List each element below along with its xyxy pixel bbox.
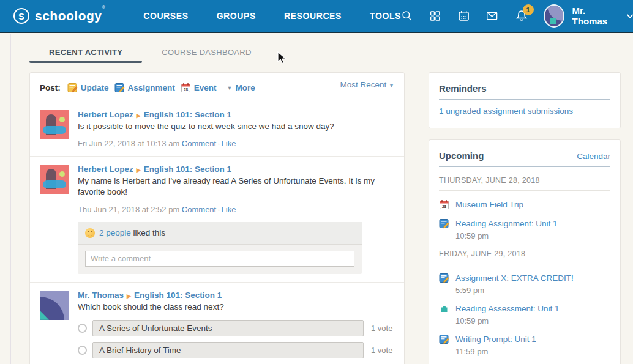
author-link[interactable]: Mr. Thomas: [78, 291, 124, 300]
calendar-link[interactable]: Calendar: [577, 152, 610, 161]
like-link[interactable]: Like: [222, 205, 236, 214]
assignment-icon: [114, 83, 125, 93]
post-assignment-button[interactable]: Assignment: [114, 83, 175, 93]
user-avatar[interactable]: [545, 6, 563, 26]
event-link[interactable]: Writing Prompt: Unit 1: [455, 335, 536, 344]
schoology-logo[interactable]: S schoology®: [13, 8, 105, 24]
upcoming-event: 28 Museum Field Trip: [439, 199, 610, 210]
post-event-label: Event: [194, 83, 217, 92]
nav-tools[interactable]: TOOLS: [370, 11, 401, 21]
sort-dropdown[interactable]: Most Recent ▼: [340, 80, 394, 89]
poll-radio[interactable]: [78, 324, 87, 333]
event-calendar-icon: 28: [439, 199, 449, 210]
post-content: Mr. Thomas▶English 101: Section 1 Which …: [78, 291, 394, 364]
post-header: Herbert Lopez▶English 101: Section 1: [78, 110, 394, 119]
post-label: Post:: [40, 83, 61, 92]
user-menu-name[interactable]: Mr. Thomas: [572, 6, 618, 26]
nav-courses[interactable]: COURSES: [143, 11, 188, 21]
notifications[interactable]: 1: [515, 9, 528, 23]
top-navbar: S schoology® COURSES GROUPS RESOURCES TO…: [0, 0, 633, 33]
post-body: My name is Herbert and I've already read…: [78, 176, 394, 198]
nav-groups[interactable]: GROUPS: [217, 11, 256, 21]
poll-vote-count: 1 vote: [371, 346, 392, 355]
post-header: Herbert Lopez▶English 101: Section 1: [78, 165, 394, 174]
assignment-icon: [439, 273, 449, 283]
dot-separator: ·: [217, 205, 220, 214]
upcoming-card: Upcoming Calendar THURSDAY, JUNE 28, 201…: [429, 139, 621, 364]
poll-vote-count: 1 vote: [371, 324, 392, 333]
tab-course-dashboard[interactable]: COURSE DASHBOARD: [142, 43, 271, 62]
calendar-icon[interactable]: [458, 9, 470, 23]
liked-by-row: 2 people liked this: [78, 222, 362, 245]
sort-caret-icon: ▼: [389, 83, 394, 89]
event-time: 5:59 pm: [455, 286, 574, 295]
post-event-button[interactable]: 28 Event: [181, 83, 217, 93]
breadcrumb-arrow-icon: ▶: [137, 167, 141, 173]
poll-option-row: A Series of Unfortunate Events 1 vote: [78, 320, 394, 336]
svg-text:28: 28: [442, 204, 447, 209]
left-edge-divider: [10, 34, 11, 364]
author-link[interactable]: Herbert Lopez: [78, 165, 133, 174]
event-calendar-icon: 28: [181, 83, 191, 93]
post-body: Which book should the class read next?: [78, 302, 394, 313]
post-meta: Thu Jun 21, 2018 at 2:52 pm Comment·Like: [78, 205, 394, 214]
post-more-button[interactable]: ▼ More: [222, 83, 255, 92]
tab-recent-activity[interactable]: RECENT ACTIVITY: [29, 43, 142, 62]
post-update-label: Update: [81, 83, 109, 92]
brand-name: schoology®: [35, 9, 105, 23]
activity-tabs: RECENT ACTIVITY COURSE DASHBOARD: [29, 43, 621, 62]
comment-link[interactable]: Comment: [182, 205, 216, 214]
course-link[interactable]: English 101: Section 1: [144, 165, 231, 174]
breadcrumb-arrow-icon: ▶: [127, 293, 131, 299]
course-link[interactable]: English 101: Section 1: [144, 110, 231, 119]
comment-link[interactable]: Comment: [182, 139, 216, 148]
upcoming-event: Reading Assignment: Unit 1 10:59 pm: [439, 218, 610, 240]
post-more-label: More: [235, 83, 255, 92]
event-time: 11:59 pm: [455, 347, 536, 356]
avatar-art: [550, 18, 556, 24]
like-link[interactable]: Like: [222, 139, 236, 148]
more-dropdown-icon: ▼: [227, 85, 233, 91]
assignment-icon: [439, 218, 449, 229]
activity-feed-card: Post: Update Assignment 28 Event ▼ More …: [29, 72, 405, 364]
messages-icon[interactable]: [486, 9, 498, 23]
liked-suffix: liked this: [133, 228, 166, 237]
event-link[interactable]: Museum Field Trip: [455, 200, 523, 209]
reminders-card: Reminders 1 ungraded assignment submissi…: [429, 72, 621, 128]
poll-radio[interactable]: [78, 346, 87, 355]
comment-input[interactable]: [85, 251, 354, 267]
upcoming-event: Assignment X: EXTRA CREDIT! 5:59 pm: [439, 272, 610, 295]
event-link[interactable]: Reading Assessment: Unit 1: [455, 304, 560, 313]
feed-post-poll: Mr. Thomas▶English 101: Section 1 Which …: [30, 282, 404, 364]
poll-option[interactable]: A Brief History of Time: [92, 342, 364, 358]
search-icon[interactable]: [401, 9, 413, 23]
post-header: Mr. Thomas▶English 101: Section 1: [78, 291, 394, 300]
avatar[interactable]: [40, 291, 69, 320]
poll-option[interactable]: A Series of Unfortunate Events: [92, 320, 364, 336]
course-link[interactable]: English 101: Section 1: [134, 291, 222, 300]
poll: A Series of Unfortunate Events 1 vote A …: [78, 320, 394, 364]
comment-input-row: [78, 245, 362, 274]
ungraded-submissions-link[interactable]: 1 ungraded assignment submissions: [439, 106, 610, 116]
nav-resources[interactable]: RESOURCES: [284, 11, 342, 21]
schoology-s-icon: S: [13, 8, 29, 24]
date-header: THURSDAY, JUNE 28, 2018: [439, 176, 610, 191]
upcoming-title: Upcoming: [439, 150, 484, 161]
apps-grid-icon[interactable]: [429, 9, 441, 23]
feed-post: Herbert Lopez▶English 101: Section 1 My …: [30, 156, 404, 281]
primary-nav: COURSES GROUPS RESOURCES TOOLS: [143, 11, 401, 21]
event-link[interactable]: Reading Assignment: Unit 1: [455, 219, 558, 228]
assessment-puzzle-icon: [439, 303, 449, 314]
liked-people-link[interactable]: 2 people: [99, 228, 131, 237]
event-time: 10:59 pm: [455, 316, 560, 325]
timestamp: Fri Jun 22, 2018 at 10:13 am: [78, 139, 179, 148]
event-time: 10:59 pm: [455, 231, 558, 240]
author-link[interactable]: Herbert Lopez: [78, 110, 133, 119]
dot-separator: ·: [217, 139, 220, 148]
avatar[interactable]: [40, 110, 69, 139]
event-link[interactable]: Assignment X: EXTRA CREDIT!: [455, 273, 574, 283]
post-update-button[interactable]: Update: [67, 83, 109, 93]
upcoming-header: Upcoming Calendar: [439, 150, 610, 167]
avatar[interactable]: [40, 165, 69, 194]
chevron-down-icon[interactable]: [626, 12, 633, 20]
